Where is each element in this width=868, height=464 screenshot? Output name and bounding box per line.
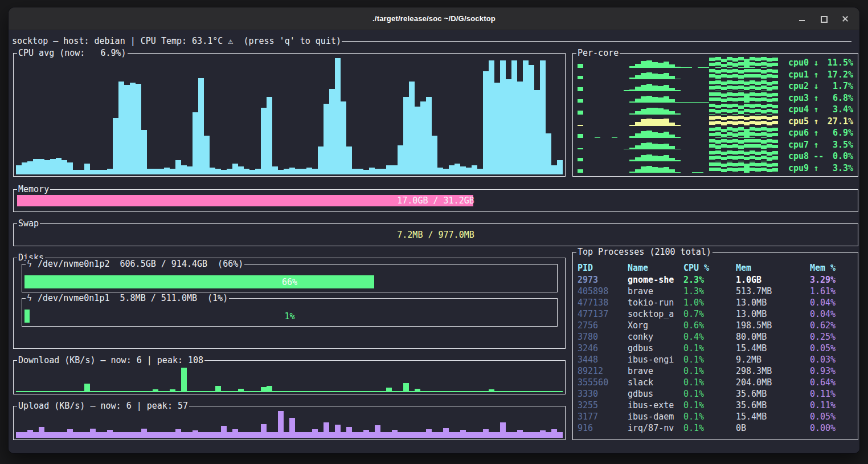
cpu8-label: cpu8--0.0% (784, 150, 854, 162)
chart-bar (755, 139, 761, 150)
chart-bar (158, 432, 164, 438)
chart-bar (744, 152, 750, 161)
chart-bar (750, 116, 755, 127)
close-icon[interactable] (841, 15, 849, 23)
cpu-avg-panel: CPU avg (now: 6.9%) (13, 53, 566, 177)
chart-bar (295, 432, 301, 438)
chart-bar (738, 92, 744, 103)
cpu2-sparkline (578, 80, 784, 92)
chart-bar (641, 96, 646, 103)
chart-bar (652, 108, 658, 114)
cpu9-trend-icon: ↑ (813, 163, 818, 173)
cpu2-label: cpu2↓1.7% (784, 80, 854, 92)
chart-bar (506, 391, 511, 392)
minimize-icon[interactable] (798, 15, 806, 23)
chart-bar (635, 64, 641, 67)
chart-bar (483, 391, 489, 392)
chart-bar (767, 82, 772, 91)
chart-bar (312, 391, 318, 392)
chart-bar (113, 432, 118, 438)
chart-bar (629, 101, 635, 103)
chart-bar (658, 119, 664, 126)
chart-bar (675, 90, 681, 91)
chart-bar (546, 432, 551, 438)
chart-bar (557, 432, 563, 438)
chart-bar (738, 105, 744, 115)
chart-bar (761, 105, 767, 114)
chart-bar (215, 169, 221, 174)
cpu7-trend-icon: ↑ (813, 140, 818, 150)
chart-bar (551, 165, 557, 174)
chart-bar (675, 79, 681, 79)
core-row-cpu0: cpu0↓11.5% (578, 57, 854, 69)
chart-bar (27, 430, 33, 438)
chart-bar (79, 391, 84, 392)
cpu0-trend-icon: ↓ (813, 58, 818, 68)
chart-bar (460, 430, 466, 438)
chart-bar (301, 169, 306, 174)
chart-bar (664, 109, 669, 114)
disk-0-gauge: 66% 66% (24, 275, 555, 288)
terminal-content[interactable]: socktop — host: debian | CPU Temp: 63.1°… (9, 30, 859, 453)
chart-bar (732, 69, 738, 80)
status-text-right: (press 'q' to quit) (233, 36, 341, 46)
chart-bar (39, 427, 44, 438)
chart-bar (750, 69, 755, 79)
chart-bar (750, 127, 755, 138)
chart-bar (306, 168, 312, 174)
chart-bar (79, 432, 84, 438)
cpu-avg-chart (16, 57, 563, 174)
chart-bar (443, 391, 449, 392)
chart-bar (744, 82, 750, 91)
chart-bar (455, 391, 460, 392)
chart-bar (658, 156, 664, 161)
chart-bar (744, 164, 750, 173)
chart-bar (346, 427, 352, 438)
chart-bar (546, 391, 551, 392)
chart-bar (130, 83, 136, 174)
chart-bar (506, 432, 511, 438)
chart-bar (249, 170, 255, 174)
window-titlebar[interactable]: ./target/release/soc ~/D/G/socktop (9, 7, 859, 30)
process-row: 89212brave0.1%298.3MB0.93% (578, 365, 854, 377)
chart-bar (767, 164, 772, 173)
chart-bar (772, 93, 778, 103)
chart-bar (755, 69, 761, 80)
chart-bar (772, 140, 778, 149)
chart-bar (272, 391, 278, 392)
chart-bar (658, 74, 664, 79)
chart-bar (215, 386, 221, 392)
chart-bar (750, 139, 755, 149)
chart-bar (761, 116, 767, 127)
chart-bar (352, 432, 358, 438)
chart-bar (772, 116, 778, 126)
chart-bar (727, 150, 732, 161)
chart-bar (744, 104, 750, 115)
chart-bar (761, 150, 767, 161)
chart-bar (709, 151, 715, 161)
chart-bar (278, 170, 284, 174)
chart-bar (721, 93, 727, 103)
chart-bar (578, 64, 583, 67)
chart-bar (255, 391, 261, 392)
chart-bar (692, 172, 698, 173)
chart-bar (669, 99, 675, 103)
chart-bar (181, 165, 187, 174)
maximize-icon[interactable] (820, 15, 828, 23)
chart-bar (767, 104, 772, 115)
chart-bar (437, 391, 443, 392)
chart-bar (738, 57, 744, 68)
chart-bar (646, 166, 652, 173)
chart-bar (489, 389, 494, 392)
chart-bar (715, 150, 721, 161)
cpu3-sparkline (578, 92, 784, 104)
chart-bar (96, 391, 101, 392)
chart-bar (635, 169, 641, 173)
process-row: 3448ibus-engi0.1%9.2MB0.03% (578, 354, 854, 365)
chart-bar (675, 149, 681, 149)
chart-bar (744, 59, 750, 68)
chart-bar (578, 111, 583, 114)
chart-bar (709, 116, 715, 126)
chart-bar (386, 432, 392, 438)
core-row-cpu1: cpu1↑17.2% (578, 69, 854, 81)
